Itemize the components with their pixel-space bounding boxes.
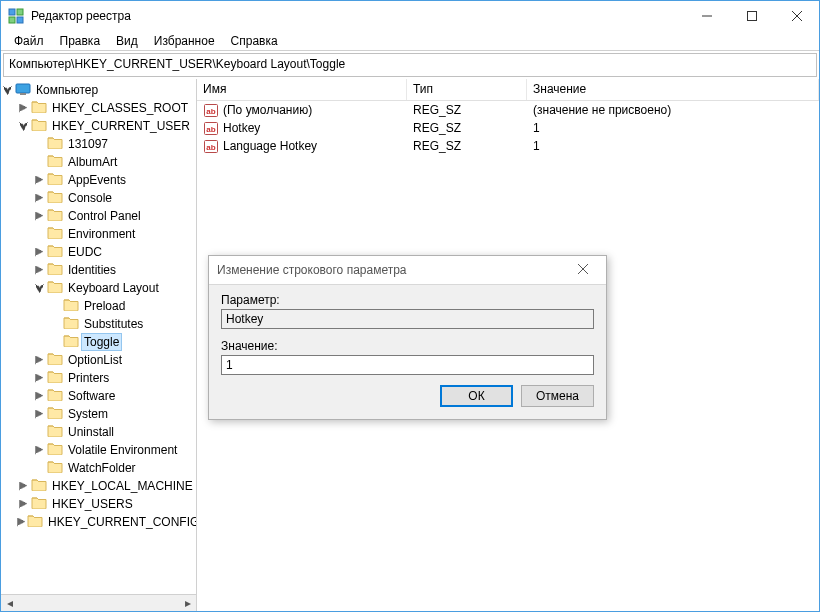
tree-horizontal-scrollbar[interactable]: ◂ ▸ (1, 594, 196, 611)
svg-rect-2 (9, 17, 15, 23)
svg-rect-9 (20, 93, 26, 95)
close-button[interactable] (774, 1, 819, 31)
tree-item-label: AlbumArt (66, 154, 119, 170)
folder-icon (31, 478, 50, 494)
list-row[interactable]: ab(По умолчанию)REG_SZ(значение не присв… (197, 101, 819, 119)
svg-rect-3 (17, 17, 23, 23)
tree-item[interactable]: ⯈HKEY_CLASSES_ROOT (1, 99, 196, 117)
folder-icon (47, 280, 66, 296)
svg-rect-8 (16, 84, 30, 93)
tree-item[interactable]: Preload (1, 297, 196, 315)
menu-favorites[interactable]: Избранное (147, 32, 222, 50)
tree-item[interactable]: ⮟Компьютер (1, 81, 196, 99)
svg-text:ab: ab (206, 107, 215, 116)
list-row[interactable]: abLanguage HotkeyREG_SZ1 (197, 137, 819, 155)
twisty-closed-icon[interactable]: ⯈ (17, 499, 31, 510)
twisty-closed-icon[interactable]: ⯈ (33, 445, 47, 456)
twisty-closed-icon[interactable]: ⯈ (17, 481, 31, 492)
tree-item[interactable]: AlbumArt (1, 153, 196, 171)
tree-item[interactable]: ⯈HKEY_CURRENT_CONFIG (1, 513, 196, 531)
tree-item-label: Software (66, 388, 117, 404)
registry-tree[interactable]: ⮟Компьютер⯈HKEY_CLASSES_ROOT⮟HKEY_CURREN… (1, 79, 196, 531)
tree-item[interactable]: ⯈HKEY_USERS (1, 495, 196, 513)
tree-item[interactable]: WatchFolder (1, 459, 196, 477)
minimize-button[interactable] (684, 1, 729, 31)
twisty-open-icon[interactable]: ⮟ (17, 121, 31, 132)
tree-item-label: HKEY_CURRENT_USER (50, 118, 192, 134)
tree-item-label: WatchFolder (66, 460, 138, 476)
tree-item[interactable]: ⯈HKEY_LOCAL_MACHINE (1, 477, 196, 495)
tree-item-label: Printers (66, 370, 111, 386)
tree-item[interactable]: ⯈OptionList (1, 351, 196, 369)
tree-item[interactable]: ⮟HKEY_CURRENT_USER (1, 117, 196, 135)
twisty-closed-icon[interactable]: ⯈ (33, 193, 47, 204)
tree-item[interactable]: ⯈Printers (1, 369, 196, 387)
column-header-name[interactable]: Имя (197, 79, 407, 100)
tree-item-label: Volatile Environment (66, 442, 179, 458)
scroll-right-icon[interactable]: ▸ (179, 595, 196, 612)
window-title: Редактор реестра (31, 9, 684, 23)
tree-item[interactable]: ⯈Control Panel (1, 207, 196, 225)
cancel-button[interactable]: Отмена (521, 385, 594, 407)
tree-item[interactable]: ⯈AppEvents (1, 171, 196, 189)
tree-item[interactable]: Toggle (1, 333, 196, 351)
tree-item[interactable]: ⯈Identities (1, 261, 196, 279)
twisty-closed-icon[interactable]: ⯈ (33, 373, 47, 384)
tree-item-label: HKEY_USERS (50, 496, 135, 512)
twisty-closed-icon[interactable]: ⯈ (33, 211, 47, 222)
scroll-left-icon[interactable]: ◂ (1, 595, 18, 612)
tree-item[interactable]: Environment (1, 225, 196, 243)
folder-icon (47, 226, 66, 242)
svg-text:ab: ab (206, 143, 215, 152)
address-bar[interactable]: Компьютер\HKEY_CURRENT_USER\Keyboard Lay… (3, 53, 817, 77)
value-data: 1 (527, 139, 819, 153)
dialog-titlebar: Изменение строкового параметра (209, 256, 606, 285)
twisty-closed-icon[interactable]: ⯈ (33, 355, 47, 366)
ok-button[interactable]: ОК (440, 385, 513, 407)
folder-icon (47, 406, 66, 422)
registry-editor-window: Редактор реестра Файл Правка Вид Избранн… (0, 0, 820, 612)
tree-item[interactable]: Uninstall (1, 423, 196, 441)
menu-help[interactable]: Справка (224, 32, 285, 50)
string-value-icon: ab (203, 138, 223, 154)
column-header-type[interactable]: Тип (407, 79, 527, 100)
tree-item-label: Control Panel (66, 208, 143, 224)
value-field[interactable] (221, 355, 594, 375)
twisty-closed-icon[interactable]: ⯈ (33, 391, 47, 402)
twisty-closed-icon[interactable]: ⯈ (33, 247, 47, 258)
tree-item-label: Preload (82, 298, 127, 314)
tree-item-label: System (66, 406, 110, 422)
menu-file[interactable]: Файл (7, 32, 51, 50)
tree-item-label: 131097 (66, 136, 110, 152)
menubar: Файл Правка Вид Избранное Справка (1, 31, 819, 51)
twisty-closed-icon[interactable]: ⯈ (33, 265, 47, 276)
tree-item-label: Identities (66, 262, 118, 278)
maximize-button[interactable] (729, 1, 774, 31)
folder-icon (47, 388, 66, 404)
twisty-closed-icon[interactable]: ⯈ (17, 517, 27, 528)
twisty-open-icon[interactable]: ⮟ (1, 85, 15, 96)
tree-item[interactable]: ⯈System (1, 405, 196, 423)
twisty-closed-icon[interactable]: ⯈ (17, 103, 31, 114)
tree-item[interactable]: ⯈EUDC (1, 243, 196, 261)
tree-item[interactable]: Substitutes (1, 315, 196, 333)
list-row[interactable]: abHotkeyREG_SZ1 (197, 119, 819, 137)
string-value-icon: ab (203, 102, 223, 118)
tree-item[interactable]: 131097 (1, 135, 196, 153)
twisty-closed-icon[interactable]: ⯈ (33, 175, 47, 186)
tree-item[interactable]: ⯈Console (1, 189, 196, 207)
tree-item[interactable]: ⮟Keyboard Layout (1, 279, 196, 297)
menu-edit[interactable]: Правка (53, 32, 108, 50)
twisty-closed-icon[interactable]: ⯈ (33, 409, 47, 420)
column-header-value[interactable]: Значение (527, 79, 819, 100)
folder-icon (47, 370, 66, 386)
dialog-close-button[interactable] (568, 263, 598, 277)
tree-item[interactable]: ⯈Volatile Environment (1, 441, 196, 459)
tree-item-label: Keyboard Layout (66, 280, 161, 296)
menu-view[interactable]: Вид (109, 32, 145, 50)
twisty-open-icon[interactable]: ⮟ (33, 283, 47, 294)
svg-rect-5 (747, 12, 756, 21)
folder-icon (47, 460, 66, 476)
tree-item[interactable]: ⯈Software (1, 387, 196, 405)
edit-string-dialog: Изменение строкового параметра Параметр:… (208, 255, 607, 420)
